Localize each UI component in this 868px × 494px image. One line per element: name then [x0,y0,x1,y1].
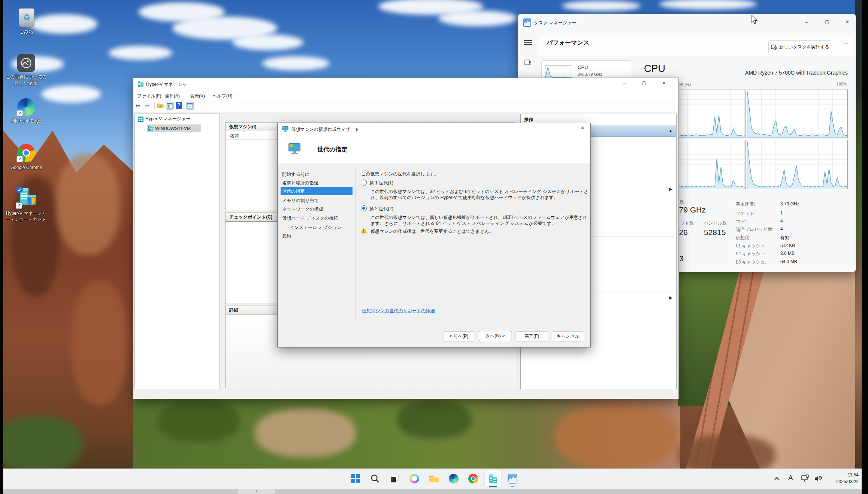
tm-maximize-button[interactable]: ▢ [822,19,833,27]
tm-hamburger-icon[interactable] [524,39,532,46]
copilot-icon[interactable] [409,474,419,484]
tm-page-title: パフォーマンス [547,39,589,47]
actions-pane-title: 操作 [524,117,533,123]
stat-value-logical-processors: 4 [780,226,783,232]
collapse-group-icon[interactable]: ▲ [669,129,672,133]
submenu-arrow-icon-1[interactable]: ▶ [669,187,672,192]
stat-value-l1-cache: 512 KB [780,243,795,248]
tray-chevron-icon[interactable] [774,476,780,481]
tree-root-item[interactable]: Hyper-V マネージャー [138,116,190,122]
edge-label: Microsoft Edge [0,118,52,124]
hyperv-shortcut-arrow: ↗ [16,202,22,209]
hyperv-maximize-button[interactable]: ▢ [638,80,650,88]
file-explorer-icon[interactable] [429,474,439,483]
toolbar-console-icon[interactable] [166,102,174,110]
hyperv-shortcut-label-line1: Hyper-V マネージャ [0,211,56,216]
recycle-bin-icon: ♻ [19,8,34,27]
search-icon[interactable] [370,474,380,484]
wizard-next-button[interactable]: 次へ(N) > [479,331,511,341]
chrome-taskbar-icon[interactable] [468,474,478,484]
toolbar-help-icon[interactable]: ? [176,102,182,109]
toolbar-up-folder-icon[interactable] [157,103,164,109]
task-manager-taskbar-icon[interactable] [508,474,517,484]
clock-time: 11:54 [824,472,859,478]
task-view-icon[interactable] [390,474,399,484]
clock[interactable]: 11:54 2025/03/22 [824,472,859,485]
tree-vm-item-selected[interactable]: WINDOWS11-VM [147,124,201,132]
task-manager-app-icon [523,18,531,27]
wizard-cancel-button[interactable]: キャンセル [552,331,584,341]
hyperv-minimize-button[interactable]: – [618,80,630,88]
stat-label-l1-cache: L1 キャッシュ: [736,243,766,249]
wizard-back-button[interactable]: < 前へ(P) [444,331,474,341]
menu-help[interactable]: ヘルプ(H) [212,93,233,99]
gen2-label[interactable]: 第 2 世代(2) [369,206,393,212]
wizard-support-link[interactable]: 仮想マシンの世代のサポートの詳細 [362,308,435,314]
menu-action[interactable]: 操作(A) [165,93,180,99]
wizard-finish-button[interactable]: 完了(F) [515,331,548,341]
cpu-graph-2 [747,90,848,138]
gen1-desc: この世代の仮想マシンでは、32 ビットおよび 64 ビットのゲスト オペレーティ… [371,189,592,201]
ime-mode-indicator[interactable]: A [788,474,793,482]
wizard-nav-network[interactable]: ネットワークの構成 [282,206,323,213]
hidden-dock-tab[interactable]: ▾ [238,489,275,494]
wizard-nav-generation-label: 世代の指定 [282,188,305,195]
wizard-nav-generation-selected[interactable]: 世代の指定 [281,187,353,195]
edge-shortcut-arrow: ↗ [16,110,23,117]
hyperv-taskbar-active-plate[interactable] [484,471,502,488]
gen1-radio[interactable] [361,180,367,186]
recycle-bin-label: ごみ箱 [0,29,52,35]
wizard-heading-icon [288,143,301,155]
hyperv-tree-panel [134,114,220,389]
gen1-label[interactable]: 第 1 世代(1) [369,180,393,186]
clock-date: 2025/03/22 [824,478,859,485]
chrome-label: Google Chrome [0,165,52,171]
vm-column-name: 名前 [230,133,239,139]
photo-info-label-line2: 詳しい情報 [0,80,56,86]
hyperv-toolbar [133,100,678,112]
hyperv-close-button[interactable]: ✕ [657,80,670,88]
stat-label-cores: コア: [736,219,746,225]
photo-info-icon [17,54,35,72]
stat-label-virtualization: 仮想化: [736,235,750,241]
wizard-nav-memory[interactable]: メモリの割り当て [282,198,319,204]
wizard-nav-install-options[interactable]: インストール オプション [290,225,341,231]
wizard-close-button[interactable]: ✕ [577,125,588,133]
submenu-arrow-icon-2[interactable]: ▶ [669,295,672,300]
wizard-title: 仮想マシンの新規作成ウィザード [291,126,359,133]
menu-file[interactable]: ファイル(F) [137,93,161,99]
network-icon[interactable] [801,475,809,483]
wizard-nav-before-you-begin[interactable]: 開始する前に [282,171,309,178]
tm-minimize-button[interactable]: – [801,19,812,27]
taskbar-bottom-band [0,489,868,494]
tm-nav-rail-icon[interactable] [524,59,531,66]
new-task-icon [771,44,777,50]
task-manager-title: タスク マネージャー [534,20,576,26]
tm-run-new-task-label: 新しいタスクを実行する [779,44,829,50]
new-vm-wizard-dialog: 仮想マシンの新規作成ウィザード ✕ 世代の指定 開始する前に 名前と場所の指定 … [277,123,591,347]
wizard-nav-name-location[interactable]: 名前と場所の指定 [282,180,318,186]
cpu-item-name: CPU [578,64,588,70]
taskbar: A 11:54 2025/03/22 ▾ [0,469,868,489]
photo-info-label-line1: この写真についての [0,74,56,80]
tm-close-button[interactable]: ✕ [842,19,853,27]
wizard-nav-divider [355,168,356,322]
hyperv-shortcut-label-line2: ー - ショートカット [0,217,56,222]
toolbar-forward-icon[interactable]: ➡ [145,102,149,109]
toolbar-divider-1 [154,102,155,109]
edge-taskbar-icon[interactable] [449,474,459,484]
wizard-nav-vhd[interactable]: 仮想ハード ディスクの接続 [282,215,338,222]
screen-left-bezel [0,0,3,494]
start-button[interactable] [351,474,360,484]
toolbar-back-icon[interactable]: ⬅ [135,102,140,109]
wizard-nav-summary[interactable]: 要約 [282,233,291,239]
volume-muted-icon[interactable] [814,475,823,483]
toolbar-new-window-icon[interactable] [186,102,194,110]
menu-view[interactable]: 表示(V) [190,93,205,99]
stat-label-sockets: ソケット: [736,210,755,217]
tm-more-options-button[interactable]: … [843,39,849,46]
gen2-radio-selected[interactable] [361,205,367,211]
hyperv-taskbar-icon [488,474,498,484]
tm-run-new-task-button[interactable]: 新しいタスクを実行する [768,40,832,53]
task-manager-running-indicator [511,486,514,487]
